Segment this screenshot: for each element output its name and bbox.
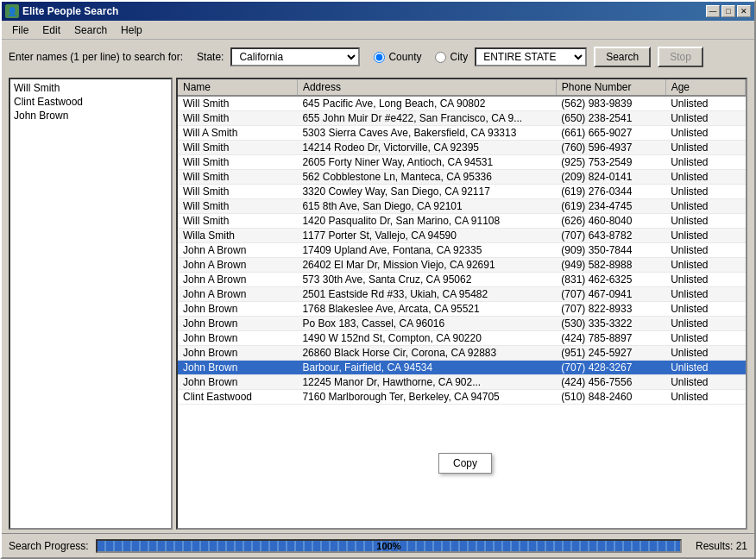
col-header-name[interactable]: Name [178,79,297,96]
cell-name: Will Smith [178,214,297,229]
cell-phone: (831) 462-6325 [556,273,665,287]
cell-address: 3320 Cowley Way, San Diego, CA 92117 [297,185,556,199]
stop-button[interactable]: Stop [658,47,703,67]
cell-address: 562 Cobblestone Ln, Manteca, CA 95336 [297,170,556,185]
table-row[interactable]: John BrownBarbour, Fairfield, CA 94534(7… [178,361,746,375]
context-menu: Copy [438,453,492,474]
maximize-button[interactable]: □ [721,5,735,17]
table-row[interactable]: Will Smith645 Pacific Ave, Long Beach, C… [178,96,746,111]
menu-edit[interactable]: Edit [35,22,67,38]
table-row[interactable]: John BrownPo Box 183, Cassel, CA 96016(5… [178,317,746,331]
col-header-phone[interactable]: Phone Number [556,79,665,96]
cell-address: 26860 Black Horse Cir, Corona, CA 92883 [297,346,556,361]
window-title: Elite People Search [22,5,118,17]
cell-name: Will Smith [178,170,297,185]
state-label: State: [197,51,224,63]
results-table: Name Address Phone Number Age Will Smith… [178,79,746,405]
names-panel[interactable]: Will Smith Clint Eastwood John Brown [9,78,173,530]
cell-address: 573 30th Ave, Santa Cruz, CA 95062 [297,273,556,287]
table-row[interactable]: John A Brown573 30th Ave, Santa Cruz, CA… [178,273,746,287]
cell-address: 26402 El Mar Dr, Mission Viejo, CA 92691 [297,258,556,273]
menu-help[interactable]: Help [114,22,149,38]
names-list-item[interactable]: Will Smith [12,81,169,95]
menu-search[interactable]: Search [67,22,114,38]
cell-name: Will A Smith [178,126,297,141]
cell-phone: (530) 335-3322 [556,317,665,331]
results-count: Results: 21 [696,540,747,552]
table-row[interactable]: Will Smith14214 Rodeo Dr, Victorville, C… [178,141,746,155]
table-row[interactable]: Will A Smith5303 Sierra Caves Ave, Baker… [178,126,746,141]
status-bar: Search Progress: 100% Results: 21 [2,533,754,557]
cell-address: 1177 Porter St, Vallejo, CA 94590 [297,229,556,243]
cell-name: John Brown [178,317,297,331]
title-bar-left: 👤 Elite People Search [5,4,118,18]
cell-age: Unlisted [665,346,745,361]
names-list-item[interactable]: Clint Eastwood [12,95,169,109]
cell-name: John Brown [178,331,297,346]
cell-address: 12245 Manor Dr, Hawthorne, CA 902... [297,375,556,390]
cell-name: John Brown [178,346,297,361]
menu-file[interactable]: File [5,22,35,38]
county-radio-group: County [374,51,421,63]
cell-name: Clint Eastwood [178,390,297,405]
cell-name: John A Brown [178,273,297,287]
table-row[interactable]: Will Smith2605 Forty Niner Way, Antioch,… [178,155,746,170]
names-list-item[interactable]: John Brown [12,109,169,122]
main-window: 👤 Elite People Search — □ ✕ File Edit Se… [0,0,756,559]
county-radio[interactable] [374,52,385,63]
cell-address: 5303 Sierra Caves Ave, Bakersfield, CA 9… [297,126,556,141]
cell-address: 615 8th Ave, San Diego, CA 92101 [297,199,556,214]
cell-age: Unlisted [665,214,745,229]
cell-age: Unlisted [665,361,745,375]
table-row[interactable]: John Brown12245 Manor Dr, Hawthorne, CA … [178,375,746,390]
main-area: Will Smith Clint Eastwood John Brown Nam… [2,74,754,533]
minimize-button[interactable]: — [706,5,720,17]
table-row[interactable]: Willa Smith1177 Porter St, Vallejo, CA 9… [178,229,746,243]
table-row[interactable]: John A Brown2501 Eastside Rd #33, Ukiah,… [178,287,746,302]
cell-name: Will Smith [178,155,297,170]
cell-age: Unlisted [665,375,745,390]
cell-phone: (707) 643-8782 [556,229,665,243]
enter-names-label: Enter names (1 per line) to search for: [9,51,183,63]
search-button[interactable]: Search [594,47,651,67]
context-menu-copy[interactable]: Copy [439,454,491,473]
state-select[interactable]: California [230,47,360,66]
progress-bar-container: 100% [96,539,682,553]
table-row[interactable]: Will Smith655 John Muir Dr #e422, San Fr… [178,111,746,126]
close-button[interactable]: ✕ [737,5,751,17]
toolbar: Enter names (1 per line) to search for: … [2,40,754,74]
cell-phone: (949) 582-8988 [556,258,665,273]
col-header-age[interactable]: Age [665,79,745,96]
table-row[interactable]: Clint Eastwood7160 Marlborough Ter, Berk… [178,390,746,405]
title-bar: 👤 Elite People Search — □ ✕ [2,2,754,21]
cell-age: Unlisted [665,273,745,287]
results-panel[interactable]: Name Address Phone Number Age Will Smith… [176,78,747,530]
city-radio-group: City [435,51,468,63]
cell-phone: (925) 753-2549 [556,155,665,170]
cell-phone: (626) 460-8040 [556,214,665,229]
cell-address: 17409 Upland Ave, Fontana, CA 92335 [297,243,556,258]
cell-address: 655 John Muir Dr #e422, San Francisco, C… [297,111,556,126]
col-header-address[interactable]: Address [297,79,556,96]
county-select[interactable]: ENTIRE STATE [475,47,587,66]
cell-age: Unlisted [665,243,745,258]
cell-name: Will Smith [178,141,297,155]
table-row[interactable]: Will Smith615 8th Ave, San Diego, CA 921… [178,199,746,214]
table-row[interactable]: Will Smith562 Cobblestone Ln, Manteca, C… [178,170,746,185]
cell-age: Unlisted [665,155,745,170]
cell-address: 7160 Marlborough Ter, Berkeley, CA 94705 [297,390,556,405]
city-radio[interactable] [435,52,446,63]
table-row[interactable]: Will Smith1420 Pasqualito Dr, San Marino… [178,214,746,229]
table-row[interactable]: John Brown26860 Black Horse Cir, Corona,… [178,346,746,361]
cell-phone: (510) 848-2460 [556,390,665,405]
table-row[interactable]: John Brown1490 W 152nd St, Compton, CA 9… [178,331,746,346]
table-row[interactable]: John A Brown26402 El Mar Dr, Mission Vie… [178,258,746,273]
cell-name: Will Smith [178,96,297,111]
cell-phone: (760) 596-4937 [556,141,665,155]
table-row[interactable]: Will Smith3320 Cowley Way, San Diego, CA… [178,185,746,199]
cell-address: 14214 Rodeo Dr, Victorville, CA 92395 [297,141,556,155]
cell-phone: (209) 824-0141 [556,170,665,185]
table-row[interactable]: John A Brown17409 Upland Ave, Fontana, C… [178,243,746,258]
cell-phone: (707) 428-3267 [556,361,665,375]
table-row[interactable]: John Brown1768 Blakeslee Ave, Arcata, CA… [178,302,746,317]
